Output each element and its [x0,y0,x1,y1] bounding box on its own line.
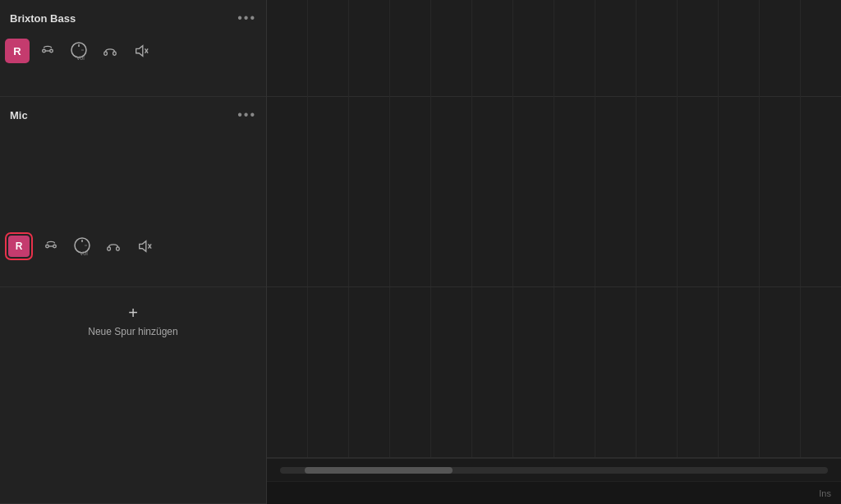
track-brixton-bass-label: Brixton Bass [10,12,76,25]
grid-row-empty [267,287,841,458]
svg-marker-21 [140,241,146,252]
svg-text:Vol: Vol [76,55,85,61]
svg-point-0 [43,49,46,53]
headphones-icon [103,44,117,58]
svg-rect-7 [104,52,108,56]
scroll-thumb[interactable] [305,467,453,474]
svg-point-13 [53,245,57,248]
grid-canvas: Ins [267,0,841,504]
track-mic-monitor-button[interactable] [100,233,126,259]
track-brixton-bass: Brixton Bass ••• R [0,0,266,97]
svg-rect-19 [108,247,111,251]
track-brixton-bass-volume-button[interactable]: Vol [66,38,92,64]
scroll-track[interactable] [280,467,828,474]
svg-rect-8 [113,52,117,56]
track-brixton-bass-more-button[interactable]: ••• [237,11,256,25]
track-brixton-bass-name-row: Brixton Bass ••• [0,0,266,33]
grid-row-brixton [267,0,841,97]
track-brixton-bass-record-button[interactable]: R [5,39,30,63]
svg-text:Vol: Vol [80,250,88,256]
track-mic: Mic ••• R [0,97,266,287]
volume-knob-icon-2: Vol [71,236,93,257]
add-track-icon: + [128,304,138,323]
track-brixton-bass-mute-button[interactable] [128,38,154,64]
svg-point-12 [46,245,49,248]
timeline-area: Ins [267,0,841,504]
midi-icon-2 [44,239,58,254]
svg-marker-9 [136,46,143,57]
track-mic-record-button[interactable]: R [8,236,30,257]
mute-icon-2 [137,239,152,254]
midi-icon [40,44,55,58]
track-mic-volume-button[interactable]: Vol [69,233,95,259]
track-mic-spacer [0,130,266,228]
status-bar: Ins [267,481,841,504]
add-track-label: Neue Spur hinzügen [88,326,177,337]
grid-row-mic [267,97,841,287]
track-mic-mute-button[interactable] [131,233,158,259]
svg-point-1 [50,49,53,53]
headphones-icon-2 [106,239,121,254]
track-mic-midi-button[interactable] [38,233,64,259]
track-mic-record-button-wrapper[interactable]: R [5,232,33,260]
tracks-area: Brixton Bass ••• R [0,0,841,504]
track-brixton-bass-controls: R [0,33,266,72]
status-text: Ins [819,488,831,498]
app-container: Brixton Bass ••• R [0,0,841,504]
track-mic-more-button[interactable]: ••• [237,108,256,122]
volume-knob-icon: Vol [68,40,90,62]
track-mic-name-row: Mic ••• [0,97,266,130]
svg-rect-20 [117,247,120,251]
track-mic-label: Mic [10,109,28,121]
horizontal-scrollbar [267,458,841,481]
track-brixton-bass-midi-button[interactable] [34,38,61,64]
track-mic-controls: R [0,228,266,268]
track-headers-panel: Brixton Bass ••• R [0,0,267,504]
mute-icon [134,44,149,58]
add-track-button[interactable]: + Neue Spur hinzügen [0,287,266,504]
track-brixton-bass-monitor-button[interactable] [97,38,123,64]
